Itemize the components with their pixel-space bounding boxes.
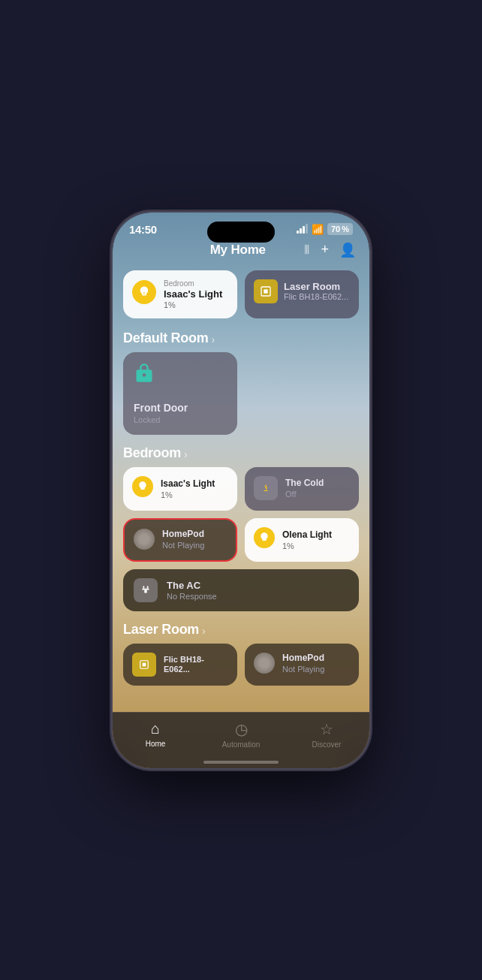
chevron-icon-laser: › (202, 625, 206, 637)
home-indicator (203, 761, 279, 764)
front-door-card[interactable]: Front Door Locked (123, 352, 237, 435)
chevron-icon-bedroom: › (184, 448, 188, 460)
homepod-icon (134, 529, 155, 550)
tab-automation[interactable]: ◷ Automation (198, 720, 284, 749)
olena-light-card[interactable]: Olena Light 1% (245, 518, 359, 562)
laser-homepod-icon (254, 653, 275, 674)
svg-rect-6 (144, 590, 147, 593)
top-card-subname-2: Flic BH18-E062... (284, 292, 348, 301)
front-door-status: Locked (134, 415, 227, 424)
star-icon: ☆ (320, 720, 333, 738)
flic-icon-badge (254, 279, 278, 303)
light-icon-badge (132, 280, 156, 304)
status-icons: 📶 70% (297, 223, 353, 235)
bedroom-light-status: 1% (161, 490, 215, 499)
bedroom-light-icon (132, 476, 153, 497)
signal-bars-icon (297, 225, 308, 234)
top-card-room-1: Bedroom (164, 279, 222, 288)
dynamic-island (207, 222, 275, 243)
homepod-name: HomePod (162, 529, 204, 539)
svg-rect-2 (264, 490, 268, 491)
nav-title: My Home (210, 243, 266, 258)
olena-light-name: Olena Light (282, 529, 332, 540)
tab-bar: ⌂ Home ◷ Automation ☆ Discover (113, 712, 369, 768)
tab-home-label: Home (146, 740, 166, 748)
ac-status: No Response (167, 592, 217, 601)
laser-homepod-status: Not Playing (282, 665, 324, 674)
tab-discover[interactable]: ☆ Discover (284, 720, 369, 749)
section-header-bedroom[interactable]: Bedroom › (123, 445, 359, 461)
cold-plug-icon (254, 476, 278, 500)
phone-frame: 14:50 📶 70% My Home ⦀ + 👤 (113, 213, 369, 768)
laser-homepod-name: HomePod (282, 653, 324, 663)
section-title-bedroom: Bedroom (123, 445, 181, 461)
olena-light-icon (254, 527, 275, 548)
section-header-default-room[interactable]: Default Room › (123, 330, 359, 346)
tab-discover-label: Discover (312, 740, 342, 749)
laser-flic-name: Flic BH18-E062... (164, 655, 228, 674)
top-card-name-2: Laser Room (284, 281, 348, 293)
svg-rect-8 (143, 663, 146, 667)
bedroom-isaacs-light-card[interactable]: Isaac's Light 1% (123, 467, 237, 511)
laser-flic-card[interactable]: Flic BH18-E062... (123, 644, 237, 686)
the-cold-card[interactable]: The Cold Off (245, 467, 359, 511)
laser-flic-icon (132, 653, 156, 677)
bedroom-grid: Isaac's Light 1% The Cold Off (123, 467, 359, 562)
laser-room-grid: Flic BH18-E062... HomePod Not Playing (123, 644, 359, 686)
tab-home[interactable]: ⌂ Home (113, 720, 198, 748)
section-header-laser-room[interactable]: Laser Room › (123, 622, 359, 638)
top-card-flic[interactable]: Laser Room Flic BH18-E062... (245, 270, 359, 319)
top-cards-row: Bedroom Isaac's Light 1% Laser Room (123, 270, 359, 319)
homepod-status: Not Playing (162, 541, 204, 550)
ac-plug-icon (134, 578, 158, 602)
profile-icon[interactable]: 👤 (339, 242, 356, 258)
top-card-name-1: Isaac's Light (164, 288, 222, 300)
status-time: 14:50 (129, 223, 157, 236)
the-ac-card[interactable]: The AC No Response (123, 569, 359, 611)
chevron-icon-default: › (211, 333, 215, 345)
nav-icons: ⦀ + 👤 (304, 242, 356, 258)
section-title-laser: Laser Room (123, 622, 199, 638)
bedroom-light-name: Isaac's Light (161, 478, 215, 489)
home-icon: ⌂ (151, 720, 160, 737)
cold-status: Off (285, 490, 324, 499)
ac-name: The AC (167, 580, 217, 592)
svg-rect-4 (147, 586, 149, 589)
tab-automation-label: Automation (222, 740, 261, 749)
add-icon[interactable]: + (321, 242, 329, 258)
top-card-status-1: 1% (164, 300, 222, 309)
battery-indicator: 70% (327, 223, 353, 235)
bedroom-homepod-card[interactable]: HomePod Not Playing (123, 518, 237, 562)
svg-rect-5 (142, 589, 149, 590)
clock-icon: ◷ (235, 720, 248, 738)
nav-bar: My Home ⦀ + 👤 (113, 239, 369, 264)
lock-icon-wrap (134, 363, 227, 387)
wifi-icon: 📶 (312, 224, 324, 235)
scroll-content: Bedroom Isaac's Light 1% Laser Room (113, 264, 369, 730)
cold-name: The Cold (285, 478, 324, 488)
svg-rect-1 (264, 289, 267, 293)
top-card-isaacs-light[interactable]: Bedroom Isaac's Light 1% (123, 270, 237, 319)
screen: 14:50 📶 70% My Home ⦀ + 👤 (113, 213, 369, 768)
battery-level: 70 (331, 225, 340, 234)
section-title-default: Default Room (123, 330, 208, 346)
svg-rect-3 (143, 586, 145, 589)
laser-homepod-card[interactable]: HomePod Not Playing (245, 644, 359, 686)
olena-light-status: 1% (282, 541, 332, 550)
audio-waves-icon[interactable]: ⦀ (304, 242, 310, 258)
front-door-name: Front Door (134, 402, 227, 415)
